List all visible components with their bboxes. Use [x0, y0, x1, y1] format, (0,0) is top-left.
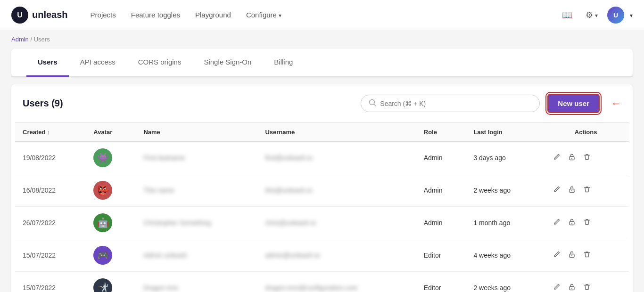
tab-users[interactable]: Users: [26, 49, 69, 77]
lock-button[interactable]: [565, 184, 578, 197]
breadcrumb-current: Users: [34, 36, 50, 43]
cell-username: this@unleash.io: [257, 174, 416, 207]
tab-billing[interactable]: Billing: [263, 49, 304, 77]
new-user-button[interactable]: New user: [547, 94, 600, 113]
col-created[interactable]: Created: [15, 123, 86, 142]
nav-right: 📖 ⚙ U: [558, 7, 633, 24]
delete-button[interactable]: [580, 281, 594, 292]
cell-name: This name: [136, 174, 257, 207]
svg-line-1: [374, 104, 376, 106]
delete-button[interactable]: [580, 249, 594, 262]
col-role: Role: [416, 123, 466, 142]
delete-button[interactable]: [580, 216, 594, 229]
lock-button[interactable]: [565, 151, 578, 164]
edit-button[interactable]: [550, 281, 563, 292]
tabs-container: Users API access CORS origins Single Sig…: [11, 49, 633, 77]
top-navigation: U unleash Projects Feature toggles Playg…: [0, 0, 644, 30]
edit-button[interactable]: [550, 249, 563, 262]
cell-last-login: 2 weeks ago: [466, 272, 543, 292]
cell-name: Admin unleash: [136, 239, 257, 272]
cell-last-login: 4 weeks ago: [466, 239, 543, 272]
lock-button[interactable]: [565, 281, 578, 292]
cell-role: Admin: [416, 174, 466, 207]
col-avatar: Avatar: [86, 123, 136, 142]
users-table-wrapper: Created Avatar Name Username Role: [11, 122, 633, 292]
svg-point-11: [571, 288, 572, 289]
nav-links: Projects Feature toggles Playground Conf…: [91, 11, 543, 19]
cell-role: Editor: [416, 272, 466, 292]
cell-actions: [543, 207, 629, 239]
edit-button[interactable]: [550, 216, 563, 229]
search-input[interactable]: [380, 100, 532, 107]
configure-chevron-icon: [279, 11, 281, 19]
content-card: Users (9) New user ← Created Av: [11, 84, 633, 292]
cell-created: 15/07/2022: [15, 272, 86, 292]
cell-created: 15/07/2022: [15, 239, 86, 272]
settings-icon: ⚙: [586, 10, 593, 20]
svg-point-3: [571, 158, 572, 159]
cell-avatar: 👺: [86, 174, 136, 207]
cell-last-login: 3 days ago: [466, 142, 543, 174]
users-header: Users (9) New user ←: [11, 84, 633, 122]
table-row: 16/08/2022👺This namethis@unleash.ioAdmin…: [15, 174, 629, 207]
cell-role: Admin: [416, 142, 466, 174]
cell-name: First lastname: [136, 142, 257, 174]
breadcrumb-separator: /: [30, 36, 32, 43]
nav-feature-toggles[interactable]: Feature toggles: [131, 11, 180, 19]
docs-icon: 📖: [562, 10, 572, 20]
col-name: Name: [136, 123, 257, 142]
col-actions: Actions: [543, 123, 629, 142]
cell-created: 19/08/2022: [15, 142, 86, 174]
lock-button[interactable]: [565, 216, 578, 229]
edit-button[interactable]: [550, 184, 563, 197]
settings-button[interactable]: ⚙: [582, 8, 602, 22]
nav-playground[interactable]: Playground: [195, 11, 231, 19]
search-box[interactable]: [361, 95, 540, 112]
cell-name: Dragon tron: [136, 272, 257, 292]
cell-actions: [543, 239, 629, 272]
tabs-card: Users API access CORS origins Single Sig…: [11, 49, 633, 77]
user-avatar-button[interactable]: U: [607, 7, 624, 24]
delete-button[interactable]: [580, 151, 594, 164]
logo-area[interactable]: U unleash: [11, 7, 68, 24]
table-body: 19/08/2022👾First lastnamefirst@unleash.i…: [15, 142, 629, 292]
col-username: Username: [257, 123, 416, 142]
table-row: 15/07/2022🎮Admin unleashadmin@unleash.io…: [15, 239, 629, 272]
cell-avatar: 👾: [86, 142, 136, 174]
tab-cors-origins[interactable]: CORS origins: [127, 49, 193, 77]
search-icon: [369, 99, 376, 108]
cell-username: first@unleash.io: [257, 142, 416, 174]
table-row: 26/07/2022🤖Christopher Somethingchris@un…: [15, 207, 629, 239]
cell-last-login: 1 month ago: [466, 207, 543, 239]
cell-username: dragon.tron@configuration.com: [257, 272, 416, 292]
svg-point-5: [571, 190, 572, 191]
docs-button[interactable]: 📖: [558, 8, 576, 22]
svg-point-9: [571, 255, 572, 256]
edit-button[interactable]: [550, 151, 563, 164]
tab-single-sign-on[interactable]: Single Sign-On: [192, 49, 263, 77]
cell-last-login: 2 weeks ago: [466, 174, 543, 207]
cell-avatar: 🤺: [86, 272, 136, 292]
delete-button[interactable]: [580, 184, 594, 197]
nav-projects[interactable]: Projects: [91, 11, 116, 19]
user-chevron-icon: [630, 11, 633, 19]
col-last-login: Last login: [466, 123, 543, 142]
cell-created: 16/08/2022: [15, 174, 86, 207]
lock-button[interactable]: [565, 249, 578, 262]
svg-point-7: [571, 223, 572, 224]
users-count-title: Users (9): [23, 98, 353, 109]
cell-actions: [543, 142, 629, 174]
tab-api-access[interactable]: API access: [69, 49, 127, 77]
cell-avatar: 🎮: [86, 239, 136, 272]
table-row: 19/08/2022👾First lastnamefirst@unleash.i…: [15, 142, 629, 174]
settings-chevron-icon: [595, 10, 598, 20]
arrow-indicator: ←: [611, 97, 621, 110]
cell-username: admin@unleash.io: [257, 239, 416, 272]
app-name: unleash: [32, 9, 68, 20]
breadcrumb-admin-link[interactable]: Admin: [11, 36, 29, 43]
cell-created: 26/07/2022: [15, 207, 86, 239]
users-table: Created Avatar Name Username Role: [15, 122, 629, 292]
nav-configure[interactable]: Configure: [246, 11, 281, 19]
table-header-row: Created Avatar Name Username Role: [15, 123, 629, 142]
cell-role: Admin: [416, 207, 466, 239]
